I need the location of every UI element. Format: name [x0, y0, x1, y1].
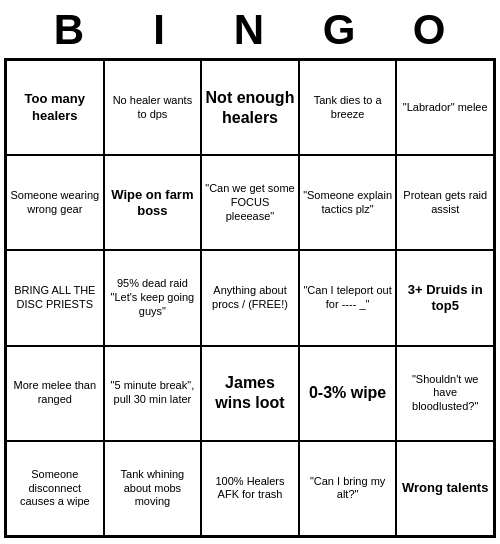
cell-r4-c2: 100% Healers AFK for trash	[201, 441, 299, 536]
cell-r4-c4: Wrong talents	[396, 441, 494, 536]
cell-r2-c2: Anything about procs / (FREE!)	[201, 250, 299, 345]
cell-text-r0-c1: No healer wants to dps	[108, 94, 198, 122]
cell-r4-c1: Tank whining about mobs moving	[104, 441, 202, 536]
cell-text-r2-c2: Anything about procs / (FREE!)	[205, 284, 295, 312]
cell-r3-c1: "5 minute break", pull 30 min later	[104, 346, 202, 441]
cell-text-r2-c4: 3+ Druids in top5	[400, 282, 490, 315]
cell-text-r2-c1: 95% dead raid "Let's keep going guys"	[108, 277, 198, 318]
cell-text-r4-c3: "Can I bring my alt?"	[303, 475, 393, 503]
title-letter-n: N	[205, 6, 295, 54]
cell-text-r1-c2: "Can we get some FOCUS pleeease"	[205, 182, 295, 223]
cell-r4-c3: "Can I bring my alt?"	[299, 441, 397, 536]
cell-text-r4-c2: 100% Healers AFK for trash	[205, 475, 295, 503]
cell-r2-c3: "Can I teleport out for ---- _"	[299, 250, 397, 345]
cell-r3-c2: James wins loot	[201, 346, 299, 441]
cell-text-r1-c0: Someone wearing wrong gear	[10, 189, 100, 217]
cell-r0-c2: Not enough healers	[201, 60, 299, 155]
cell-r1-c0: Someone wearing wrong gear	[6, 155, 104, 250]
bingo-grid: Too many healersNo healer wants to dpsNo…	[4, 58, 496, 538]
cell-text-r3-c3: 0-3% wipe	[303, 383, 393, 403]
cell-r2-c4: 3+ Druids in top5	[396, 250, 494, 345]
cell-text-r0-c0: Too many healers	[10, 91, 100, 124]
cell-text-r3-c4: "Shouldn't we have bloodlusted?"	[400, 373, 490, 414]
cell-r3-c3: 0-3% wipe	[299, 346, 397, 441]
cell-text-r2-c3: "Can I teleport out for ---- _"	[303, 284, 393, 312]
cell-text-r0-c3: Tank dies to a breeze	[303, 94, 393, 122]
cell-text-r4-c4: Wrong talents	[400, 480, 490, 496]
cell-text-r1-c4: Protean gets raid assist	[400, 189, 490, 217]
cell-text-r4-c0: Someone disconnect causes a wipe	[10, 468, 100, 509]
cell-r0-c0: Too many healers	[6, 60, 104, 155]
cell-text-r4-c1: Tank whining about mobs moving	[108, 468, 198, 509]
cell-r0-c3: Tank dies to a breeze	[299, 60, 397, 155]
title-letter-b: B	[25, 6, 115, 54]
cell-text-r0-c2: Not enough healers	[205, 88, 295, 128]
cell-r1-c1: Wipe on farm boss	[104, 155, 202, 250]
cell-r2-c1: 95% dead raid "Let's keep going guys"	[104, 250, 202, 345]
cell-r1-c2: "Can we get some FOCUS pleeease"	[201, 155, 299, 250]
title-letter-i: I	[115, 6, 205, 54]
cell-r2-c0: BRING ALL THE DISC PRIESTS	[6, 250, 104, 345]
cell-r3-c4: "Shouldn't we have bloodlusted?"	[396, 346, 494, 441]
cell-r3-c0: More melee than ranged	[6, 346, 104, 441]
bingo-title: BINGO	[0, 0, 500, 58]
cell-text-r3-c1: "5 minute break", pull 30 min later	[108, 379, 198, 407]
title-letter-o: O	[385, 6, 475, 54]
cell-r0-c4: "Labrador" melee	[396, 60, 494, 155]
cell-text-r1-c1: Wipe on farm boss	[108, 187, 198, 220]
cell-text-r3-c2: James wins loot	[205, 373, 295, 413]
cell-text-r0-c4: "Labrador" melee	[400, 101, 490, 115]
cell-r1-c4: Protean gets raid assist	[396, 155, 494, 250]
title-letter-g: G	[295, 6, 385, 54]
cell-text-r3-c0: More melee than ranged	[10, 379, 100, 407]
cell-r4-c0: Someone disconnect causes a wipe	[6, 441, 104, 536]
cell-text-r2-c0: BRING ALL THE DISC PRIESTS	[10, 284, 100, 312]
cell-r0-c1: No healer wants to dps	[104, 60, 202, 155]
cell-r1-c3: "Someone explain tactics plz"	[299, 155, 397, 250]
cell-text-r1-c3: "Someone explain tactics plz"	[303, 189, 393, 217]
